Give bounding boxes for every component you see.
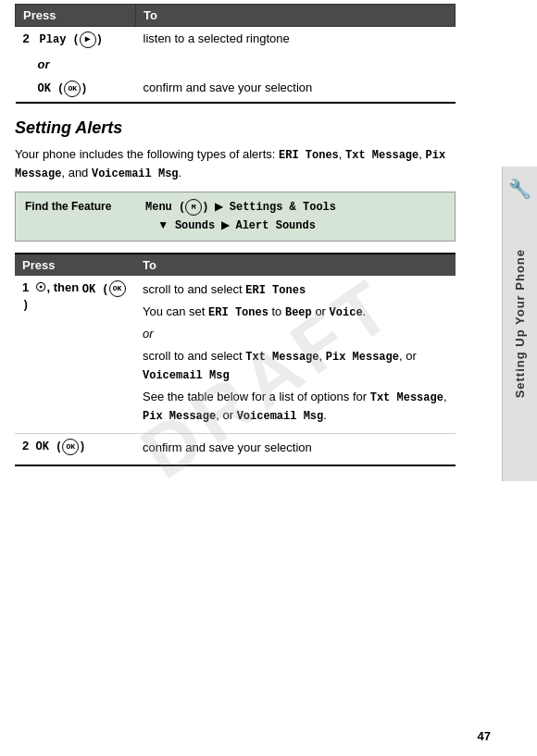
section-heading: Setting Alerts [15,118,456,138]
txt-message-ref2: Txt Message [370,391,443,404]
top-press-table: Press To 2 Play (▶) listen to a selected… [15,4,456,104]
txt-message-ref: Txt Message [245,351,318,364]
pix-message-ref2: Pix Message [143,410,216,423]
step-2-to-instr: confirm and save your selection [135,433,456,465]
scroll-icon: ☉ [35,281,46,295]
table-row: 2 OK (OK) confirm and save your selectio… [15,433,456,465]
alert-type-eri: ERI Tones [279,149,339,162]
eri-tones-set: ERI Tones [208,306,268,319]
table-row: 2 Play (▶) listen to a selected ringtone [16,27,456,54]
alert-sounds-label: Alert Sounds [235,219,315,232]
step-2-instructions: confirm and save your selection [143,439,448,457]
step-1-press: 1 ☉, then OK (OK) [15,276,135,433]
step-2-to-primary: listen to a selected ringtone [136,27,456,54]
step-2-press-secondary: OK (OK) [16,76,136,103]
step-1-instructions: scroll to and select ERI Tones You can s… [143,280,448,425]
eri-tones-ref: ERI Tones [245,284,306,297]
table-row-or: or [16,53,456,76]
side-tab-label: Setting Up Your Phone [513,249,527,398]
ok-button-label-2: OK (OK) [35,440,85,453]
find-feature-path: Menu (M) ▶ Settings & Tools ▼ Sounds ▶ A… [145,198,445,235]
find-feature-box: Find the Feature Menu (M) ▶ Settings & T… [15,192,456,242]
sounds-label: Sounds [175,219,215,232]
top-table-press-header: Press [16,5,136,27]
voice-option: Voice [330,306,363,319]
arrow3: ▶ [221,218,230,231]
page-number: 47 [478,729,491,743]
step-number-2b: 2 [22,439,29,452]
step-number-2: 2 [23,31,30,45]
table-row: OK (OK) confirm and save your selection [16,76,456,103]
step-2-to-secondary: confirm and save your selection [136,76,456,103]
step-number-1: 1 [22,281,29,295]
step-2-press-instr: 2 OK (OK) [15,433,135,465]
play-button-label: Play (▶) [40,33,103,46]
top-table-to-header: To [136,5,456,27]
find-feature-table: Find the Feature Menu (M) ▶ Settings & T… [25,198,445,235]
instr-press-header: Press [15,254,135,276]
pix-message-ref: Pix Message [326,351,399,364]
alert-type-txt: Txt Message [345,149,418,162]
step-2-press-primary: 2 Play (▶) [16,27,136,54]
settings-tools-label: Settings & Tools [230,201,336,214]
wrench-icon: 🔧 [508,178,531,200]
voicemail-ref: Voicemail Msg [143,369,230,382]
page-wrapper: DRAFT 🔧 Setting Up Your Phone Press To 2… [0,0,537,756]
side-tab: 🔧 Setting Up Your Phone [502,167,537,481]
section-body: Your phone includes the following types … [15,145,456,182]
table-row: 1 ☉, then OK (OK) scroll to and select E… [15,276,456,433]
alert-type-voicemail: Voicemail Msg [92,167,179,180]
step-1-to: scroll to and select ERI Tones You can s… [135,276,456,433]
beep-option: Beep [285,306,312,319]
instr-to-header: To [135,254,456,276]
main-content: Press To 2 Play (▶) listen to a selected… [0,0,502,485]
ok-button-label-top: OK (OK) [23,82,88,95]
arrow1: ▶ [215,200,223,213]
instruction-table: Press To 1 ☉, then OK (OK) scroll to and… [15,253,456,466]
arrow2: ▼ [157,218,169,231]
find-feature-label: Find the Feature [25,200,111,213]
or-text-top: or [16,53,136,76]
or-word-middle: or [143,325,448,343]
menu-label: Menu (M) [145,201,208,214]
voicemail-ref2: Voicemail Msg [237,410,324,423]
